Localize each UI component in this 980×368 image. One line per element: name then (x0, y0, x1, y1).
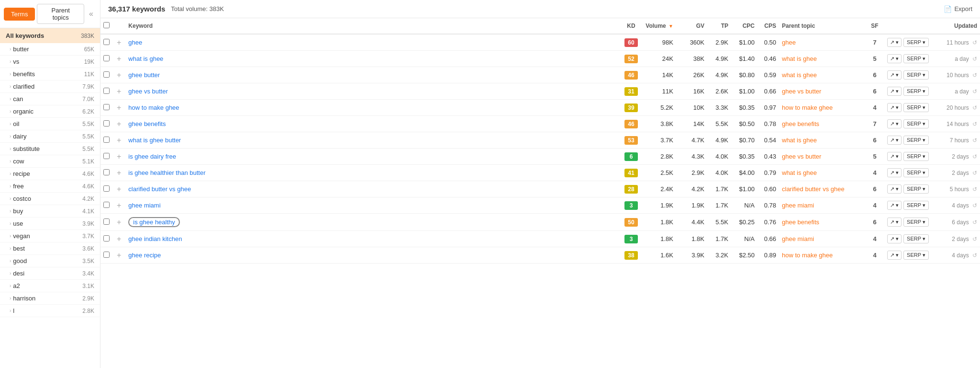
serp-button[interactable]: SERP ▾ (903, 152, 929, 161)
sidebar-item[interactable]: ›use3.9K (0, 218, 100, 230)
row-parent-topic-cell[interactable]: what is ghee (779, 165, 865, 181)
col-keyword[interactable]: Keyword (125, 18, 620, 34)
trend-button[interactable]: ↗ ▾ (887, 70, 902, 80)
sidebar-item[interactable]: ›desi3.4K (0, 267, 100, 280)
serp-button[interactable]: SERP ▾ (903, 87, 929, 96)
trend-button[interactable]: ↗ ▾ (887, 218, 902, 227)
keyword-link[interactable]: ghee benefits (128, 120, 166, 127)
keyword-link[interactable]: ghee (128, 39, 142, 46)
trend-button[interactable]: ↗ ▾ (887, 54, 902, 63)
row-parent-topic-cell[interactable]: ghee vs butter (779, 83, 865, 100)
keyword-link[interactable]: what is ghee (128, 55, 163, 62)
row-checkbox[interactable] (103, 137, 110, 143)
sidebar-item[interactable]: ›benefits11K (0, 68, 100, 80)
trend-button[interactable]: ↗ ▾ (887, 38, 902, 47)
collapse-button[interactable]: « (86, 9, 96, 19)
col-cps[interactable]: CPS (757, 18, 779, 34)
serp-button[interactable]: SERP ▾ (903, 54, 929, 63)
col-volume[interactable]: Volume ▼ (643, 18, 676, 34)
sidebar-item[interactable]: ›buy4.1K (0, 205, 100, 218)
keyword-link[interactable]: ghee vs butter (128, 88, 167, 95)
export-button[interactable]: 📄 Export (944, 5, 972, 13)
add-keyword-button[interactable]: + (115, 55, 122, 63)
add-keyword-button[interactable]: + (115, 251, 122, 260)
keyword-link[interactable]: ghee miami (128, 202, 160, 209)
sidebar-item[interactable]: ›recipe4.6K (0, 168, 100, 180)
row-checkbox[interactable] (103, 202, 110, 208)
trend-button[interactable]: ↗ ▾ (887, 152, 902, 161)
row-checkbox[interactable] (103, 88, 110, 94)
sidebar-item[interactable]: ›clarified7.9K (0, 80, 100, 93)
serp-button[interactable]: SERP ▾ (903, 251, 929, 260)
sidebar-item[interactable]: ›free4.6K (0, 180, 100, 193)
serp-button[interactable]: SERP ▾ (903, 201, 929, 210)
col-sf[interactable]: SF (865, 18, 884, 34)
sidebar-item[interactable]: ›good3.5K (0, 255, 100, 267)
sidebar-item[interactable]: ›butter65K (0, 43, 100, 56)
serp-button[interactable]: SERP ▾ (903, 38, 929, 47)
sidebar-item[interactable]: ›organic6.2K (0, 105, 100, 118)
serp-button[interactable]: SERP ▾ (903, 234, 929, 243)
row-checkbox[interactable] (103, 71, 110, 78)
keyword-link[interactable]: ghee recipe (128, 252, 161, 259)
col-kd[interactable]: KD (620, 18, 643, 34)
add-keyword-button[interactable]: + (115, 152, 122, 161)
row-parent-topic-cell[interactable]: what is ghee (779, 51, 865, 67)
keyword-link[interactable]: what is ghee butter (128, 137, 181, 144)
row-parent-topic-cell[interactable]: what is ghee (779, 67, 865, 83)
col-parent-topic[interactable]: Parent topic (779, 18, 865, 34)
row-checkbox[interactable] (103, 252, 110, 258)
row-checkbox[interactable] (103, 104, 110, 110)
highlighted-keyword[interactable]: is ghee healthy (128, 217, 179, 227)
trend-button[interactable]: ↗ ▾ (887, 184, 902, 194)
add-keyword-button[interactable]: + (115, 185, 122, 194)
trend-button[interactable]: ↗ ▾ (887, 168, 902, 177)
col-tp[interactable]: TP (707, 18, 731, 34)
trend-button[interactable]: ↗ ▾ (887, 119, 902, 128)
row-parent-topic-cell[interactable]: ghee miami (779, 231, 865, 247)
row-parent-topic-cell[interactable]: ghee benefits (779, 116, 865, 132)
trend-button[interactable]: ↗ ▾ (887, 136, 902, 145)
col-gv[interactable]: GV (676, 18, 707, 34)
trend-button[interactable]: ↗ ▾ (887, 201, 902, 210)
sidebar-item[interactable]: ›best3.6K (0, 242, 100, 255)
row-parent-topic-cell[interactable]: ghee benefits (779, 214, 865, 231)
add-keyword-button[interactable]: + (115, 169, 122, 177)
serp-button[interactable]: SERP ▾ (903, 168, 929, 177)
row-parent-topic-cell[interactable]: ghee miami (779, 197, 865, 214)
sidebar-item[interactable]: ›dairy5.5K (0, 130, 100, 143)
row-checkbox[interactable] (103, 169, 110, 175)
keyword-link[interactable]: is ghee dairy free (128, 153, 176, 160)
add-keyword-button[interactable]: + (115, 235, 122, 243)
row-parent-topic-cell[interactable]: how to make ghee (779, 100, 865, 116)
sidebar-item[interactable]: ›l2.8K (0, 305, 100, 317)
row-checkbox[interactable] (103, 218, 110, 225)
add-keyword-button[interactable]: + (115, 71, 122, 80)
keyword-link[interactable]: ghee butter (128, 71, 160, 79)
all-keywords-row[interactable]: All keywords 383K (0, 28, 100, 43)
sidebar-item[interactable]: ›vegan3.7K (0, 230, 100, 242)
row-parent-topic-cell[interactable]: ghee (779, 34, 865, 51)
serp-button[interactable]: SERP ▾ (903, 103, 929, 112)
keyword-link[interactable]: clarified butter vs ghee (128, 185, 191, 193)
sidebar-item[interactable]: ›can7.0K (0, 93, 100, 105)
serp-button[interactable]: SERP ▾ (903, 184, 929, 194)
add-keyword-button[interactable]: + (115, 87, 122, 96)
row-parent-topic-cell[interactable]: ghee vs butter (779, 149, 865, 165)
sidebar-item[interactable]: ›cow5.1K (0, 155, 100, 168)
sidebar-item[interactable]: ›oil5.5K (0, 118, 100, 130)
tab-terms[interactable]: Terms (4, 8, 35, 21)
sidebar-item[interactable]: ›costco4.2K (0, 193, 100, 205)
serp-button[interactable]: SERP ▾ (903, 119, 929, 128)
row-parent-topic-cell[interactable]: what is ghee (779, 132, 865, 149)
trend-button[interactable]: ↗ ▾ (887, 103, 902, 112)
add-keyword-button[interactable]: + (115, 120, 122, 128)
tab-parent-topics[interactable]: Parent topics (37, 4, 84, 24)
row-parent-topic-cell[interactable]: clarified butter vs ghee (779, 181, 865, 197)
row-checkbox[interactable] (103, 153, 110, 159)
row-checkbox[interactable] (103, 185, 110, 192)
add-keyword-button[interactable]: + (115, 136, 122, 145)
sidebar-item[interactable]: ›a23.1K (0, 280, 100, 292)
trend-button[interactable]: ↗ ▾ (887, 251, 902, 260)
serp-button[interactable]: SERP ▾ (903, 136, 929, 145)
